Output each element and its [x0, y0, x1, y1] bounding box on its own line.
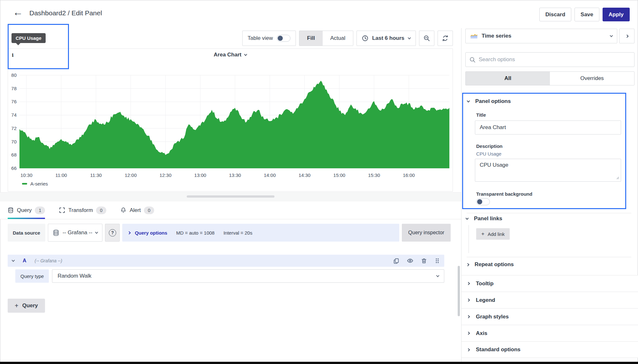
- options-search[interactable]: Search options: [465, 52, 634, 67]
- panel-title-menu[interactable]: Area Chart: [8, 49, 453, 61]
- y-tick-label: 66: [11, 165, 17, 171]
- query-type-select[interactable]: Random Walk: [52, 269, 444, 283]
- discard-button[interactable]: Discard: [539, 8, 571, 21]
- query-inspector-button[interactable]: Query inspector: [402, 224, 451, 242]
- tab-query-badge: 1: [35, 207, 45, 214]
- datasource-label: Data source: [8, 224, 45, 242]
- chevron-down-icon: [610, 34, 613, 37]
- sidebar-section-axis[interactable]: Axis: [462, 325, 638, 341]
- add-query-label: Query: [22, 302, 38, 309]
- sidebar-section-standard-options[interactable]: Standard options: [462, 341, 638, 358]
- repeat-options-header[interactable]: Repeat options: [467, 261, 514, 268]
- x-tick-label: 15:30: [368, 172, 380, 178]
- window-bottom-edge: [0, 362, 638, 364]
- search-placeholder: Search options: [479, 56, 515, 63]
- highlight-box-panel-options: Panel options Title Description CPU Usag…: [462, 93, 626, 209]
- table-view-toggle[interactable]: [277, 35, 290, 42]
- x-tick-label: 12:00: [125, 172, 137, 178]
- refresh-button[interactable]: [438, 31, 453, 46]
- chevron-down-icon: [436, 274, 439, 277]
- x-tick-label: 16:00: [403, 172, 415, 178]
- panel-links-header[interactable]: Panel links: [466, 215, 502, 222]
- time-range-picker[interactable]: Last 6 hours: [357, 31, 416, 46]
- tab-query[interactable]: Query 1: [8, 201, 45, 219]
- legend-label[interactable]: A-series: [30, 181, 48, 186]
- chevron-right-icon: [128, 231, 131, 234]
- chevron-right-icon: [466, 263, 469, 266]
- sidebar-collapsed-sections: TooltipLegendGraph stylesAxisStandard op…: [462, 275, 638, 358]
- chevron-down-icon: [408, 36, 411, 39]
- actual-option[interactable]: Actual: [323, 31, 353, 46]
- zoom-out-button[interactable]: [419, 31, 434, 46]
- query-actions: [393, 258, 440, 264]
- x-tick-label: 12:30: [160, 172, 172, 178]
- tab-alert-badge: 0: [144, 207, 154, 214]
- panel-info-icon[interactable]: i: [12, 52, 14, 58]
- datasource-row: Data source -- Grafana -- ? Query option…: [8, 224, 451, 242]
- tab-transform-label: Transform: [68, 207, 93, 214]
- tab-all[interactable]: All: [466, 72, 550, 85]
- datasource-select[interactable]: -- Grafana --: [48, 224, 103, 242]
- panel-options-header[interactable]: Panel options: [467, 98, 511, 105]
- x-tick-label: 13:30: [229, 172, 241, 178]
- collapse-options-button[interactable]: [619, 29, 634, 43]
- tab-alert[interactable]: Alert 0: [120, 201, 154, 219]
- add-link-button[interactable]: + Add link: [476, 228, 510, 240]
- query-a-header[interactable]: A (-- Grafana --): [8, 255, 444, 267]
- sidebar-section-legend[interactable]: Legend: [462, 292, 638, 308]
- query-type-value: Random Walk: [57, 273, 91, 279]
- description-field-label: Description: [476, 143, 503, 149]
- tab-overrides[interactable]: Overrides: [550, 72, 634, 85]
- options-filter-tabs: All Overrides: [465, 71, 634, 85]
- sidebar-section-label: Standard options: [476, 346, 521, 353]
- apply-button[interactable]: Apply: [603, 8, 630, 21]
- fill-option[interactable]: Fill: [299, 31, 323, 46]
- y-tick-label: 68: [11, 152, 17, 157]
- title-field-label: Title: [476, 112, 486, 118]
- panel-resize-handle[interactable]: [187, 195, 274, 198]
- database-icon: [8, 207, 14, 213]
- x-tick-label: 10:30: [20, 172, 33, 178]
- bell-icon: [120, 207, 126, 213]
- fill-actual-segment: Fill Actual: [299, 31, 353, 46]
- visualization-picker[interactable]: Time series: [465, 29, 617, 43]
- transparent-bg-toggle[interactable]: [476, 198, 490, 205]
- save-button[interactable]: Save: [574, 8, 599, 21]
- tab-transform[interactable]: Transform 0: [59, 201, 106, 219]
- sidebar-section-label: Graph styles: [476, 314, 509, 320]
- x-tick-label: 13:00: [194, 172, 206, 178]
- trash-icon[interactable]: [421, 258, 427, 264]
- sidebar-section-tooltip[interactable]: Tooltip: [462, 275, 638, 292]
- query-options-toggle[interactable]: Query options: [128, 230, 167, 236]
- back-icon[interactable]: ←: [13, 7, 23, 17]
- drag-handle-icon[interactable]: [435, 258, 440, 264]
- visualization-label: Time series: [482, 33, 511, 39]
- datasource-help-button[interactable]: ?: [105, 224, 120, 242]
- x-tick-label: 15:00: [333, 172, 345, 178]
- panel-title-input[interactable]: [475, 120, 621, 135]
- main-scrollbar[interactable]: [458, 266, 460, 316]
- chevron-down-icon: [244, 53, 247, 56]
- duplicate-icon[interactable]: [393, 258, 399, 264]
- panel-description-textarea[interactable]: CPU Usage: [475, 159, 621, 182]
- database-icon: [53, 229, 59, 236]
- y-tick-label: 70: [11, 139, 17, 144]
- x-tick-label: 14:30: [298, 172, 311, 178]
- add-query-button[interactable]: + Query: [8, 299, 45, 313]
- y-tick-label: 80: [11, 72, 17, 78]
- sidebar-section-graph-styles[interactable]: Graph styles: [462, 308, 638, 325]
- area-chart-svg[interactable]: 666870727476788010:3011:0011:3012:0012:3…: [8, 62, 453, 192]
- chevron-down-icon: [95, 230, 98, 234]
- tab-query-label: Query: [17, 207, 32, 214]
- editor-tabs: Query 1 Transform 0 Alert 0: [0, 201, 461, 219]
- chevron-right-icon: [467, 332, 470, 335]
- chevron-down-icon: [467, 99, 470, 102]
- x-tick-label: 14:00: [264, 172, 276, 178]
- transparent-bg-label: Transparent background: [476, 191, 532, 197]
- timeseries-viz-icon: [470, 33, 478, 39]
- table-view-label: Table view: [248, 35, 273, 41]
- plus-icon: +: [15, 302, 19, 309]
- tab-alert-label: Alert: [130, 207, 141, 214]
- eye-icon[interactable]: [407, 258, 413, 264]
- time-range-label: Last 6 hours: [372, 35, 404, 41]
